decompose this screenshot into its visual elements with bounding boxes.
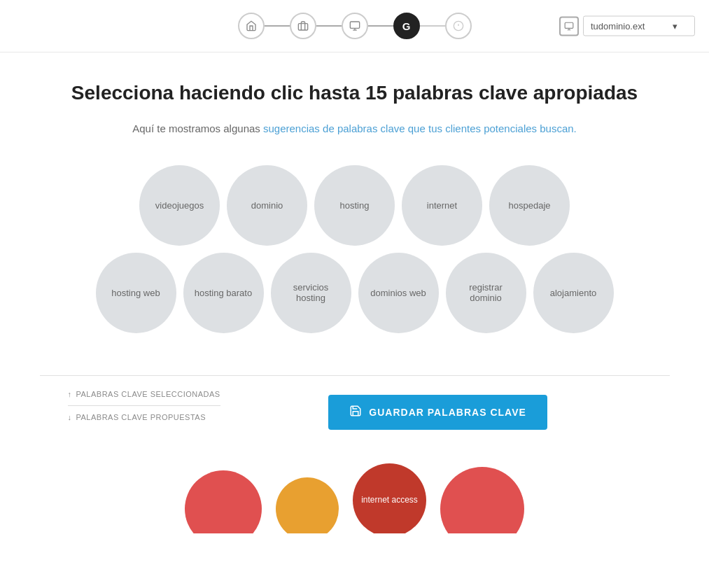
keyword-alojamiento[interactable]: alojamiento: [533, 253, 614, 333]
save-keywords-button[interactable]: GUARDAR PALABRAS CLAVE: [328, 395, 547, 430]
connector-4: [420, 25, 445, 27]
circle-orange: [276, 477, 339, 533]
keyword-hosting-web[interactable]: hosting web: [96, 253, 176, 333]
step-monitor[interactable]: [342, 13, 368, 39]
keywords-summary: ↑ PALABRAS CLAVE SELECCIONADAS ↓ PALABRA…: [68, 390, 220, 421]
selected-label: PALABRAS CLAVE SELECCIONADAS: [76, 390, 220, 398]
circle-red-left: [185, 470, 262, 533]
keyword-internet[interactable]: internet: [402, 165, 482, 246]
subtitle-pre: Aquí te mostramos algunas: [132, 122, 263, 134]
domain-icon: [559, 16, 579, 36]
keywords-row-2: hosting web hosting barato servicios hos…: [96, 253, 614, 333]
domain-dropdown[interactable]: tudominio.ext ▾: [583, 16, 695, 36]
keyword-hosting[interactable]: hosting: [314, 165, 395, 246]
arrow-down-icon: ↓: [68, 413, 72, 421]
main-content: Selecciona haciendo clic hasta 15 palabr…: [40, 52, 670, 375]
proposed-label: PALABRAS CLAVE PROPUESTAS: [76, 413, 206, 421]
subtitle-highlight: sugerencias de palabras clave que tus cl…: [263, 122, 577, 134]
circle-red-center[interactable]: internet access: [353, 463, 426, 533]
step-location[interactable]: [445, 13, 472, 39]
save-icon: [349, 405, 362, 420]
circle-red-right: [440, 467, 524, 533]
keyword-hosting-barato[interactable]: hosting barato: [183, 253, 264, 333]
svg-rect-7: [565, 22, 573, 28]
keyword-registrar-dominio[interactable]: registrar dominio: [446, 253, 526, 333]
svg-rect-0: [298, 24, 307, 30]
page-subtitle: Aquí te mostramos algunas sugerencias de…: [54, 121, 656, 137]
internet-access-label: internet access: [361, 495, 418, 505]
connector-3: [368, 25, 393, 27]
google-letter: G: [402, 20, 411, 32]
keyword-dominios-web[interactable]: dominios web: [358, 253, 439, 333]
top-navigation: G tudominio.ext ▾: [0, 0, 709, 52]
connector-2: [316, 25, 342, 27]
connector-1: [265, 25, 290, 27]
wizard-stepper: G: [238, 13, 472, 39]
step-google[interactable]: G: [393, 13, 420, 39]
bottom-section: ↑ PALABRAS CLAVE SELECCIONADAS ↓ PALABRA…: [40, 375, 670, 449]
domain-value: tudominio.ext: [591, 21, 645, 31]
proposed-keywords-row: ↓ PALABRAS CLAVE PROPUESTAS: [68, 413, 220, 421]
keyword-hospedaje[interactable]: hospedaje: [489, 165, 570, 246]
keyword-videojuegos[interactable]: videojuegos: [139, 165, 220, 246]
keyword-servicios-hosting[interactable]: servicios hosting: [271, 253, 351, 333]
step-briefcase[interactable]: [290, 13, 316, 39]
summary-divider: [68, 405, 220, 406]
selected-keywords-row: ↑ PALABRAS CLAVE SELECCIONADAS: [68, 390, 220, 398]
step-home[interactable]: [238, 13, 265, 39]
colored-circles-section: internet access: [0, 449, 709, 533]
keywords-row-1: videojuegos dominio hosting internet hos…: [139, 165, 570, 246]
save-button-label: GUARDAR PALABRAS CLAVE: [369, 407, 526, 418]
page-title: Selecciona haciendo clic hasta 15 palabr…: [54, 80, 656, 106]
domain-selector[interactable]: tudominio.ext ▾: [559, 16, 695, 36]
arrow-up-icon: ↑: [68, 390, 72, 398]
keywords-container: videojuegos dominio hosting internet hos…: [54, 165, 656, 333]
svg-rect-1: [350, 22, 359, 28]
chevron-down-icon: ▾: [673, 21, 678, 31]
keyword-dominio[interactable]: dominio: [227, 165, 307, 246]
